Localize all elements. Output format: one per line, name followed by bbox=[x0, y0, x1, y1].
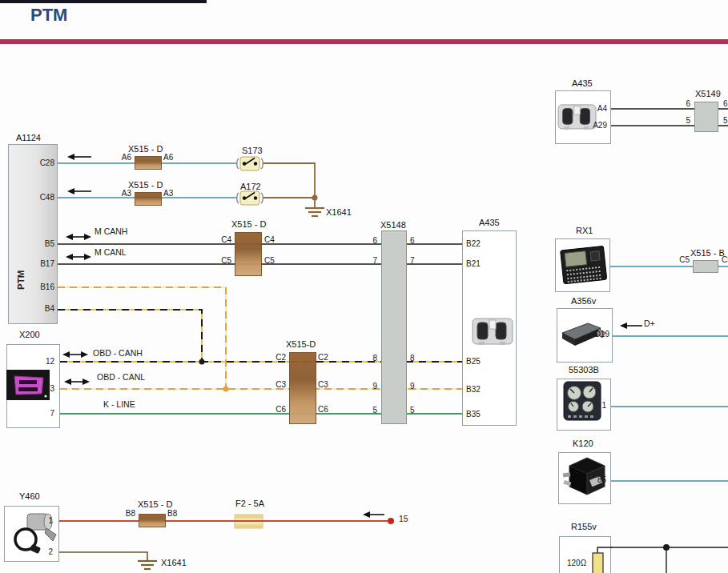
page-title: PTM bbox=[30, 5, 67, 26]
connector-x515d-c236[interactable] bbox=[289, 352, 316, 424]
switch-a172[interactable] bbox=[237, 191, 263, 205]
wiring-diagram-page: PTM bbox=[0, 0, 728, 573]
pin-x515d-b8-right: B8 bbox=[167, 509, 177, 518]
resistor-value-label: 120Ω bbox=[567, 559, 586, 567]
pin-x515d-c4-right: C4 bbox=[264, 235, 275, 244]
device-a435-top[interactable] bbox=[555, 90, 611, 144]
pin-x515d-a6-right: A6 bbox=[163, 153, 173, 162]
pin-x515d-b8-left: B8 bbox=[118, 509, 135, 518]
title-x515b: X515 - B bbox=[690, 248, 725, 258]
pin-y460-2: 2 bbox=[35, 547, 53, 556]
junction-dot-r155v bbox=[663, 544, 670, 551]
wire-label-m-canl: M CANL bbox=[95, 248, 127, 258]
pin-x5148-l8: 8 bbox=[355, 354, 377, 363]
title-f2-fuse: F2 - 5A bbox=[235, 499, 264, 508]
pin-x515d-c6-left: C6 bbox=[268, 405, 286, 414]
connector-x515d-a6[interactable] bbox=[135, 156, 162, 170]
pin-x5149-l6: 6 bbox=[674, 99, 690, 108]
pin-x515d-c2-right: C2 bbox=[318, 353, 328, 362]
pin-a435-a4: A4 bbox=[581, 104, 607, 113]
terminal-15-label: 15 bbox=[399, 515, 408, 524]
pin-a1124-b17: B17 bbox=[22, 259, 54, 268]
title-x515d-c236: X515-D bbox=[286, 339, 316, 349]
title-k120: K120 bbox=[573, 439, 593, 448]
wire-y460-ground bbox=[59, 552, 147, 561]
pin-x5148-r7: 7 bbox=[410, 256, 415, 265]
wire-label-k-line: K - LINE bbox=[103, 400, 135, 410]
title-a435-mid: A435 bbox=[479, 218, 500, 227]
pin-x515d-c3-right: C3 bbox=[318, 380, 328, 389]
wiring-layer bbox=[0, 0, 728, 573]
pin-x515d-c5-left: C5 bbox=[214, 256, 231, 265]
pin-x515d-a3-right: A3 bbox=[163, 189, 173, 198]
pin-x515d-a6-left: A6 bbox=[115, 153, 131, 162]
title-r155v: R155v bbox=[571, 522, 597, 531]
pin-x200-13: 13 bbox=[30, 384, 54, 393]
title-55303b: 55303B bbox=[569, 365, 599, 375]
title-x515d-c45: X515 - D bbox=[231, 219, 266, 229]
title-rx1: RX1 bbox=[576, 226, 593, 235]
pin-rx1-4: 4 bbox=[589, 261, 605, 270]
pin-x5148-r6: 6 bbox=[410, 236, 415, 245]
title-x515d-a3: X515 - D bbox=[128, 180, 163, 190]
wire-label-d-plus: D+ bbox=[644, 319, 655, 329]
pin-55303b-1: 1 bbox=[597, 401, 606, 410]
arrow-terminal-15 bbox=[363, 511, 384, 518]
pin-x515d-c4-left: C4 bbox=[214, 235, 231, 244]
title-x5149: X5149 bbox=[695, 89, 721, 98]
junction-dot-canh bbox=[199, 359, 205, 365]
title-x515d-a6: X515 - D bbox=[128, 144, 163, 154]
arrow-obd-canh-both bbox=[62, 351, 88, 358]
pin-a435-b35: B35 bbox=[466, 410, 481, 419]
pin-a1124-c28: C28 bbox=[22, 158, 54, 167]
wire-label-obd-canl: OBD - CANL bbox=[97, 373, 145, 383]
pin-x200-7: 7 bbox=[30, 409, 54, 418]
title-y460: Y460 bbox=[19, 491, 40, 501]
pin-x515d-c6-right: C6 bbox=[318, 405, 328, 414]
device-r155v[interactable] bbox=[559, 536, 611, 573]
arrow-c48-left bbox=[67, 188, 91, 194]
device-a1124[interactable] bbox=[8, 144, 58, 324]
pin-x200-12: 12 bbox=[30, 357, 54, 366]
connector-x515b[interactable] bbox=[693, 260, 718, 273]
pin-a435-a29: A29 bbox=[581, 121, 607, 130]
pin-x515d-c5-right: C5 bbox=[264, 256, 275, 265]
label-x1641-top: X1641 bbox=[326, 207, 352, 217]
title-a435-top: A435 bbox=[572, 78, 593, 88]
top-dark-bar bbox=[0, 0, 207, 3]
title-x515d-b8: X515 - D bbox=[138, 499, 172, 509]
accent-divider bbox=[0, 39, 728, 44]
connector-x515d-a3[interactable] bbox=[135, 192, 162, 206]
arrow-m-canl-both bbox=[66, 254, 91, 260]
switch-s173[interactable] bbox=[237, 157, 263, 170]
pin-x5148-r5: 5 bbox=[410, 406, 415, 415]
title-a1124: A1124 bbox=[16, 133, 41, 142]
pin-x5149-r6: 6 bbox=[723, 99, 728, 108]
pin-a435-b25: B25 bbox=[466, 357, 481, 366]
label-x1641-bottom: X1641 bbox=[161, 558, 187, 567]
pin-x5148-l5: 5 bbox=[355, 406, 377, 415]
connector-x515d-c45[interactable] bbox=[235, 232, 262, 276]
pin-x5149-r5: 5 bbox=[723, 116, 728, 125]
arrow-c28-left bbox=[67, 154, 91, 160]
pin-a356v-d19: D19 bbox=[585, 330, 609, 339]
connector-x5148[interactable] bbox=[381, 230, 407, 424]
pin-x515d-a3-left: A3 bbox=[115, 189, 131, 198]
pin-a1124-b5: B5 bbox=[22, 239, 54, 248]
pin-x515b-rc5: C5 bbox=[722, 255, 728, 264]
pin-x5149-l5: 5 bbox=[674, 116, 690, 125]
pin-x515b-lc5: C5 bbox=[671, 255, 690, 264]
pin-a435-b22: B22 bbox=[466, 239, 481, 248]
connector-x5149[interactable] bbox=[694, 102, 718, 132]
pin-y460-1: 1 bbox=[35, 516, 53, 525]
ground-symbol-x1641-top bbox=[305, 208, 324, 216]
pin-x5148-r8: 8 bbox=[410, 354, 415, 363]
title-a172: A172 bbox=[240, 182, 261, 191]
title-s173: S173 bbox=[242, 146, 263, 155]
ground-symbol-x1641-bottom bbox=[138, 561, 157, 569]
arrow-obd-canl-both bbox=[64, 379, 90, 385]
arrow-d-plus bbox=[620, 323, 642, 329]
pin-a1124-c48: C48 bbox=[22, 193, 54, 202]
connector-x515d-b8[interactable] bbox=[139, 514, 166, 527]
pin-x5148-l7: 7 bbox=[355, 256, 377, 265]
